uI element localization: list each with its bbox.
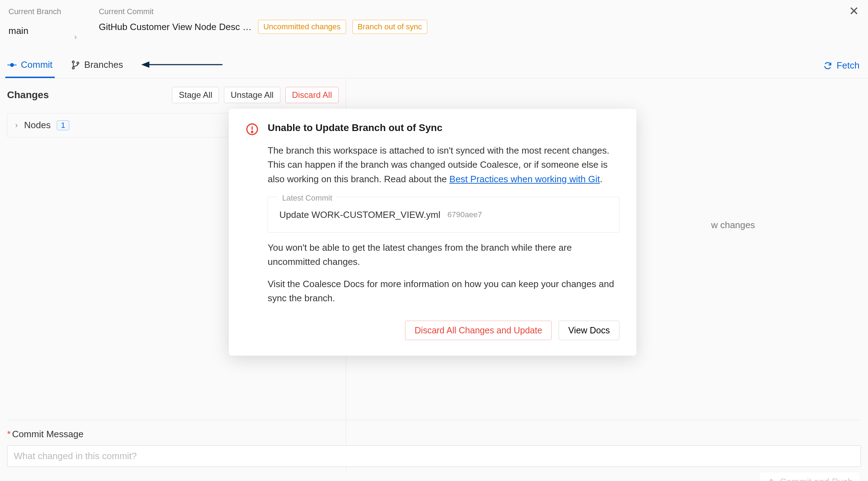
latest-commit-sha: 6790aee7 <box>447 209 482 221</box>
current-commit-block: Current Commit GitHub Customer View Node… <box>99 7 427 34</box>
commit-message-area: *Commit Message Commit and Push <box>7 420 861 467</box>
tab-bar: Commit Branches Fetch <box>0 49 868 78</box>
best-practices-link[interactable]: Best Practices when working with Git <box>450 174 600 184</box>
commit-icon <box>7 60 17 70</box>
svg-point-5 <box>77 62 78 64</box>
right-pane-hint: w changes <box>711 220 755 231</box>
commit-push-label: Commit and Push <box>780 476 853 481</box>
discard-update-button[interactable]: Discard All Changes and Update <box>405 321 552 340</box>
svg-point-4 <box>72 67 74 69</box>
current-branch-value[interactable]: main <box>8 25 28 36</box>
commit-push-button[interactable]: Commit and Push <box>759 472 861 481</box>
required-asterisk: * <box>7 429 11 439</box>
svg-point-3 <box>72 61 74 63</box>
modal-para2: You won't be able to get the latest chan… <box>268 241 619 269</box>
tab-branches-label: Branches <box>84 59 123 70</box>
modal-para3: Visit the Coalesce Docs for more informa… <box>268 277 619 305</box>
header: Current Branch main › Current Commit Git… <box>0 0 868 42</box>
commit-message-label: *Commit Message <box>7 429 861 440</box>
git-panel: Current Branch main › Current Commit Git… <box>0 0 868 481</box>
latest-commit-box: Latest Commit Update WORK-CUSTOMER_VIEW.… <box>268 197 619 233</box>
tab-commit-label: Commit <box>21 59 53 70</box>
current-commit-value: GitHub Customer View Node Desc … <box>99 22 252 32</box>
branch-icon <box>71 60 80 70</box>
fetch-label: Fetch <box>837 60 860 71</box>
svg-point-0 <box>11 63 14 66</box>
stage-all-button[interactable]: Stage All <box>172 87 219 103</box>
unstage-all-button[interactable]: Unstage All <box>224 87 280 103</box>
refresh-icon <box>823 61 832 70</box>
alert-icon <box>246 123 258 136</box>
upload-icon <box>767 478 775 481</box>
modal-para1: The branch this workspace is attached to… <box>268 143 619 186</box>
current-branch-label: Current Branch <box>8 7 81 16</box>
view-docs-button[interactable]: View Docs <box>559 321 619 340</box>
tab-branches[interactable]: Branches <box>69 59 125 78</box>
commit-message-input[interactable] <box>7 445 861 467</box>
nodes-count-badge: 1 <box>57 120 69 130</box>
annotation-arrow-icon <box>139 59 224 70</box>
svg-point-10 <box>251 131 253 133</box>
changes-title: Changes <box>7 89 49 101</box>
close-icon[interactable]: ✕ <box>849 5 859 17</box>
latest-commit-legend: Latest Commit <box>278 192 337 204</box>
chevron-right-icon: › <box>74 32 77 42</box>
uncommitted-badge: Uncommitted changes <box>258 20 346 34</box>
out-of-sync-badge: Branch out of sync <box>352 20 427 34</box>
svg-marker-7 <box>141 61 149 68</box>
latest-commit-message: Update WORK-CUSTOMER_VIEW.yml <box>279 208 440 222</box>
tab-commit[interactable]: Commit <box>5 59 55 78</box>
nodes-label: Nodes <box>24 120 50 131</box>
chevron-right-icon: › <box>15 121 18 130</box>
current-branch-block: Current Branch main › <box>8 7 81 42</box>
sync-modal: Unable to Update Branch out of Sync The … <box>229 109 636 356</box>
modal-title: Unable to Update Branch out of Sync <box>268 122 442 133</box>
current-commit-label: Current Commit <box>99 7 427 16</box>
fetch-button[interactable]: Fetch <box>823 60 860 77</box>
discard-all-button[interactable]: Discard All <box>285 87 339 103</box>
